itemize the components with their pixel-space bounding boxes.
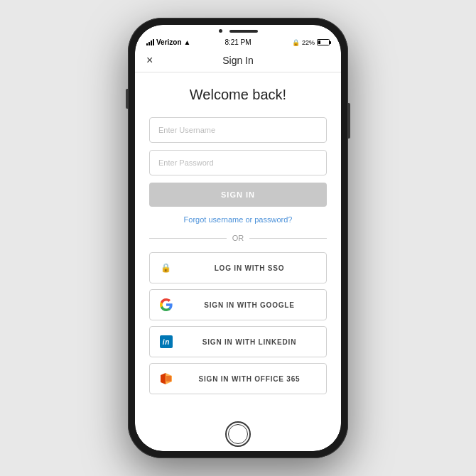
battery-fill xyxy=(318,40,320,44)
lock-icon: 🔒 xyxy=(161,263,172,273)
screen: Verizon ▲ 8:21 PM 🔒 22% × Sign In xyxy=(135,25,341,451)
status-time: 8:21 PM xyxy=(225,38,251,46)
sso-icon: 🔒 xyxy=(158,260,174,276)
google-label: SIGN IN WITH GOOGLE xyxy=(181,301,318,309)
signal-bars xyxy=(146,39,154,45)
signin-content: Welcome back! SIGN IN Forgot username or… xyxy=(135,72,341,418)
close-button[interactable]: × xyxy=(146,54,153,67)
forgot-password-link[interactable]: Forgot username or password? xyxy=(149,215,327,224)
linkedin-box: in xyxy=(160,335,173,348)
status-bar: Verizon ▲ 8:21 PM 🔒 22% xyxy=(135,34,341,49)
divider-line-right xyxy=(249,238,327,239)
battery-icon xyxy=(317,39,330,45)
sso-label: LOG IN WITH SSO xyxy=(181,264,318,272)
home-button-ring xyxy=(228,424,248,444)
google-icon xyxy=(158,297,174,313)
linkedin-button[interactable]: in SIGN IN WITH LINKEDIN xyxy=(149,326,327,357)
phone-frame: Verizon ▲ 8:21 PM 🔒 22% × Sign In xyxy=(128,18,348,458)
home-button[interactable] xyxy=(225,421,251,447)
welcome-title: Welcome back! xyxy=(149,87,327,103)
or-divider: OR xyxy=(149,234,327,242)
carrier-name: Verizon xyxy=(156,38,182,46)
nav-title: Sign In xyxy=(222,55,254,66)
phone-inner: Verizon ▲ 8:21 PM 🔒 22% × Sign In xyxy=(135,25,341,451)
office365-label: SIGN IN WITH OFFICE 365 xyxy=(181,375,318,383)
camera-dot xyxy=(219,29,222,33)
divider-line-left xyxy=(149,238,227,239)
google-button[interactable]: SIGN IN WITH GOOGLE xyxy=(149,289,327,320)
linkedin-label: SIGN IN WITH LINKEDIN xyxy=(181,338,318,346)
linkedin-icon: in xyxy=(158,334,174,350)
carrier-signal: Verizon ▲ xyxy=(146,38,190,46)
office365-button[interactable]: SIGN IN WITH OFFICE 365 xyxy=(149,363,327,394)
sso-button[interactable]: 🔒 LOG IN WITH SSO xyxy=(149,252,327,283)
wifi-icon: ▲ xyxy=(184,38,191,46)
svg-rect-1 xyxy=(166,376,171,382)
sign-in-button[interactable]: SIGN IN xyxy=(149,183,327,207)
battery-percent: 22% xyxy=(302,39,315,46)
home-area xyxy=(135,418,341,451)
lock-status-icon: 🔒 xyxy=(292,39,300,46)
password-input[interactable] xyxy=(149,150,327,175)
or-text: OR xyxy=(232,234,244,242)
office365-icon xyxy=(158,371,174,386)
battery-area: 🔒 22% xyxy=(292,39,330,46)
navigation-bar: × Sign In xyxy=(135,49,341,72)
username-input[interactable] xyxy=(149,117,327,143)
speaker xyxy=(229,30,258,33)
phone-notch xyxy=(135,25,341,34)
